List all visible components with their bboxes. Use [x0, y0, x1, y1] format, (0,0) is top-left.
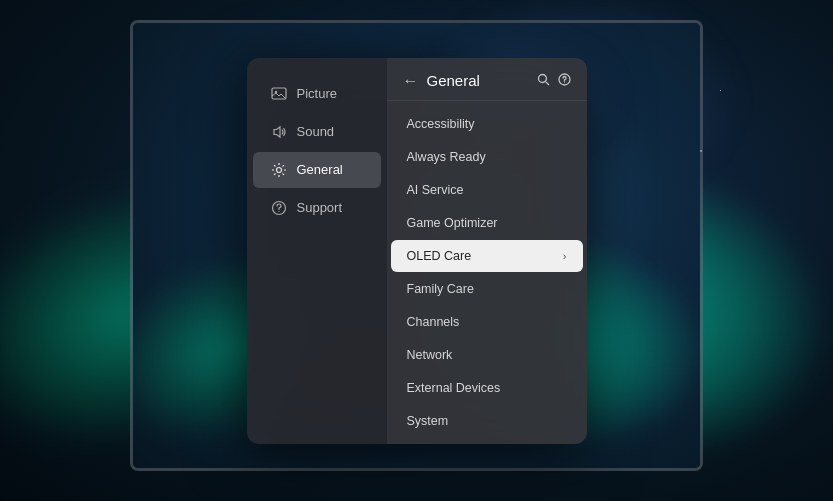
- sidebar-item-general[interactable]: General: [253, 152, 381, 188]
- header-icons: [537, 73, 571, 89]
- svg-point-8: [564, 82, 565, 83]
- picture-icon: [271, 86, 287, 102]
- left-panel: Picture Sound General: [247, 58, 387, 444]
- menu-item-system[interactable]: System: [391, 405, 583, 437]
- support-icon: [271, 200, 287, 216]
- help-icon[interactable]: [558, 73, 571, 89]
- svg-point-4: [278, 210, 279, 211]
- sidebar-item-sound[interactable]: Sound: [253, 114, 381, 150]
- menu-item-channels[interactable]: Channels: [391, 306, 583, 338]
- sidebar-item-support-label: Support: [297, 200, 343, 215]
- menu-item-external-devices[interactable]: External Devices: [391, 372, 583, 404]
- sidebar-item-picture-label: Picture: [297, 86, 337, 101]
- right-panel-list: Accessibility Always Ready AI Service Ga…: [387, 101, 587, 444]
- general-icon: [271, 162, 287, 178]
- menu-item-accessibility[interactable]: Accessibility: [391, 108, 583, 140]
- menu-item-game-optimizer[interactable]: Game Optimizer: [391, 207, 583, 239]
- chevron-right-icon: ›: [563, 250, 567, 262]
- sound-icon: [271, 124, 287, 140]
- sidebar-item-sound-label: Sound: [297, 124, 335, 139]
- svg-line-6: [546, 82, 549, 85]
- sidebar-item-support[interactable]: Support: [253, 190, 381, 226]
- tv-background: Picture Sound General: [0, 0, 833, 501]
- panel-title: General: [427, 72, 529, 89]
- menu-item-oled-care[interactable]: OLED Care ›: [391, 240, 583, 272]
- menu-overlay: Picture Sound General: [247, 58, 587, 444]
- search-icon[interactable]: [537, 73, 550, 89]
- back-button[interactable]: ←: [403, 72, 419, 90]
- menu-item-always-ready[interactable]: Always Ready: [391, 141, 583, 173]
- svg-point-2: [276, 167, 281, 172]
- sidebar-item-picture[interactable]: Picture: [253, 76, 381, 112]
- right-panel: ← General: [387, 58, 587, 444]
- menu-item-network[interactable]: Network: [391, 339, 583, 371]
- sidebar-item-general-label: General: [297, 162, 343, 177]
- menu-item-family-care[interactable]: Family Care: [391, 273, 583, 305]
- right-panel-header: ← General: [387, 58, 587, 101]
- menu-item-ai-service[interactable]: AI Service: [391, 174, 583, 206]
- svg-point-5: [538, 74, 546, 82]
